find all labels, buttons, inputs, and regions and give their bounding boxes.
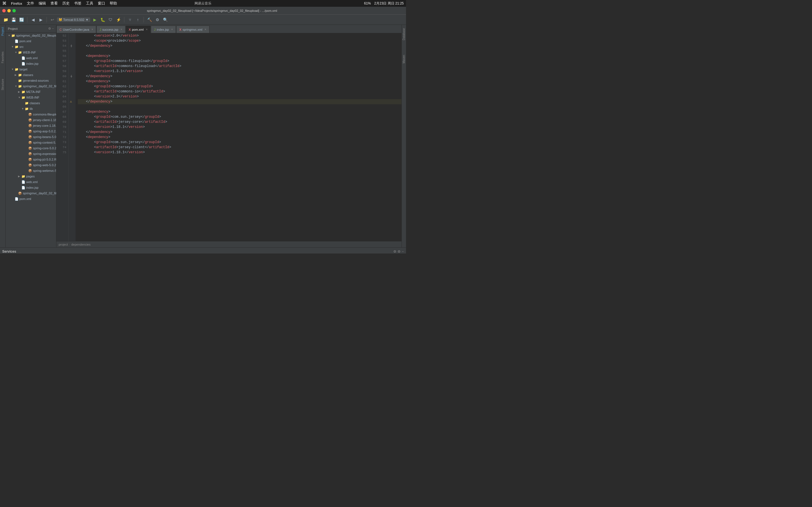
tools-menu[interactable]: 工具	[86, 1, 93, 6]
indexjsp2-item[interactable]: 📄 index.jsp	[6, 185, 56, 190]
project-root-item[interactable]: ▼ 📁 springmvc_day02_02_fileupload	[6, 33, 56, 38]
tab-label: springmvc.xml	[183, 28, 202, 31]
tab-usercontroller[interactable]: C UserController.java ×	[56, 25, 96, 33]
breadcrumb-sep: ›	[69, 243, 70, 246]
breadcrumb-item-dependencies[interactable]: dependencies	[71, 243, 91, 246]
jar-spring-web[interactable]: 📦 spring-web-5.0.2.RELEASE.jar	[6, 162, 56, 168]
tab-success[interactable]: J success.jsp ×	[96, 25, 125, 33]
window-menu[interactable]: 窗口	[98, 1, 105, 6]
indexjsp-name: index.jsp	[26, 62, 38, 65]
menubar-right: 61% 2月23日 周日 21:25	[364, 1, 404, 6]
pages-item[interactable]: ▶ 📁 pages	[6, 173, 56, 179]
line-num-59: 59	[56, 69, 66, 74]
favorites-icon[interactable]: Favorites	[1, 52, 4, 63]
tab-close-btn[interactable]: ×	[146, 28, 147, 31]
database-tab[interactable]: Database	[402, 26, 406, 43]
tab-close-btn[interactable]: ×	[92, 28, 93, 31]
lib-item[interactable]: ▼ 📁 lib	[6, 106, 56, 112]
editor-area: C UserController.java × J success.jsp × …	[56, 25, 402, 247]
line-num-62: 62	[56, 84, 66, 89]
classes-folder-item[interactable]: ▶ 📁 classes	[6, 72, 56, 78]
undo-btn[interactable]: ↩	[49, 16, 56, 23]
war-name: springmvc_day02_02_fileupload.war	[23, 191, 56, 195]
settings-panel-btn[interactable]: ⚙	[393, 249, 396, 253]
src-folder-item[interactable]: ▼ 📁 src	[6, 44, 56, 50]
jsp-icon: J	[154, 28, 156, 31]
close-button[interactable]	[2, 9, 6, 12]
bookmarks-menu[interactable]: 书签	[74, 1, 82, 6]
war-item[interactable]: 📦 springmvc_day02_02_fileupload.war	[6, 190, 56, 196]
tab-springmvc[interactable]: X springmvc.xml ×	[176, 25, 209, 33]
webxml-item[interactable]: 📄 web.xml	[6, 55, 56, 61]
vcs-btn[interactable]: ⑂	[126, 16, 133, 23]
code-content[interactable]: <version>2.0</version> <scope>provided</…	[75, 33, 402, 241]
webinf-folder-item[interactable]: ▼ 📁 WEB-INF	[6, 50, 56, 55]
breadcrumb-item-project[interactable]: project	[59, 243, 68, 246]
maximize-button[interactable]	[12, 9, 16, 12]
code-editor[interactable]: 52 53 54 55 56 57 58 59 60 61 62 63 64 6…	[56, 33, 402, 241]
settings-btn[interactable]: ⚙	[154, 16, 161, 23]
coverage-btn[interactable]: 🛡	[107, 16, 114, 23]
minimize-panel-icon[interactable]: −	[52, 27, 54, 31]
view-menu[interactable]: 查看	[50, 1, 58, 6]
help-menu[interactable]: 帮助	[110, 1, 117, 6]
file-menu[interactable]: 文件	[27, 1, 34, 6]
debug-btn[interactable]: 🐛	[99, 16, 106, 23]
edit-menu[interactable]: 编辑	[39, 1, 46, 6]
jar-name: spring-webmvc-5.0.2.RELEASE.jar	[33, 169, 56, 172]
project-panel-icon[interactable]: Project	[1, 27, 4, 36]
gear-icon[interactable]: ⚙	[398, 249, 401, 253]
webxml2-item[interactable]: 📄 web.xml	[6, 179, 56, 185]
target-folder-item[interactable]: ▼ 📁 target	[6, 66, 56, 72]
jar-spring-jcl[interactable]: 📦 spring-jcl-5.0.2.RELEASE.jar	[6, 157, 56, 162]
jar-jersey-core[interactable]: 📦 jersey-core-1.18.1.jar	[6, 123, 56, 128]
jar-spring-webmvc[interactable]: 📦 spring-webmvc-5.0.2.RELEASE.jar	[6, 168, 56, 173]
run-configuration[interactable]: 🐱 Tomcat 8.5.502 ▼	[57, 17, 90, 22]
profile-btn[interactable]: ⚡	[115, 16, 122, 23]
tab-index[interactable]: J index.jsp ×	[151, 25, 176, 33]
tab-pomxml[interactable]: X pom.xml ×	[126, 25, 151, 33]
jar-spring-core[interactable]: 📦 spring-core-5.0.2.RELEASE.jar	[6, 145, 56, 151]
run-btn[interactable]: ▶	[91, 16, 98, 23]
tab-close-btn[interactable]: ×	[205, 28, 206, 31]
build-btn[interactable]: 🔨	[146, 16, 153, 23]
indexjsp-item[interactable]: 📄 index.jsp	[6, 61, 56, 66]
update-btn[interactable]: ↑	[135, 16, 141, 23]
classes2-item[interactable]: 📁 classes	[6, 100, 56, 106]
pom-file-item[interactable]: 📄 pom.xml	[6, 38, 56, 44]
minimize-panel-btn[interactable]: −	[402, 249, 404, 253]
back-btn[interactable]: ◀	[30, 16, 36, 23]
tab-close-btn[interactable]: ×	[171, 28, 173, 31]
forward-btn[interactable]: ▶	[38, 16, 44, 23]
structure-icon[interactable]: Structure	[1, 79, 4, 91]
tab-close-btn[interactable]: ×	[121, 28, 122, 31]
cog-icon[interactable]: ⚙	[48, 27, 51, 31]
jar-jersey-client[interactable]: 📦 jersey-client-1.18.1.jar	[6, 117, 56, 123]
project-icon[interactable]: 📁	[2, 16, 9, 23]
code-line-58: <artifactId>commons-fileupload</artifact…	[78, 64, 402, 69]
jar-spring-context[interactable]: 📦 spring-context-5.0.2.RELEASE.jar	[6, 140, 56, 145]
apple-menu[interactable]: ⌘	[2, 1, 6, 6]
pages-name: pages	[26, 175, 35, 178]
maven-tab[interactable]: Maven	[402, 53, 406, 66]
jar-commons-fileupload[interactable]: 📦 commons-fileupload-1.3.1.jar	[6, 112, 56, 117]
save-btn[interactable]: 💾	[10, 16, 17, 23]
metainf-item[interactable]: ▶ 📁 META-INF	[6, 89, 56, 95]
warfolder-item[interactable]: ▼ 📁 springmvc_day02_02_fileupload	[6, 83, 56, 89]
project-panel-controls: ⚙ −	[48, 27, 54, 31]
expand-arrow: ▼	[8, 34, 11, 37]
firefox-menu[interactable]: Firefox	[11, 1, 22, 6]
sync-btn[interactable]: 🔄	[18, 16, 25, 23]
search-btn[interactable]: 🔍	[162, 16, 168, 23]
line-num-57: 57	[56, 59, 66, 64]
jar-spring-beans[interactable]: 📦 spring-beans-5.0.2.RELEASE.jar	[6, 134, 56, 140]
webinf2-item[interactable]: ▼ 📁 WEB-INF	[6, 95, 56, 100]
webinf-icon: 📁	[18, 51, 22, 54]
jar-spring-aop[interactable]: 📦 spring-aop-5.0.2.RELEASE.jar	[6, 128, 56, 134]
battery-status: 61%	[364, 1, 371, 5]
pom2-item[interactable]: 📄 pom.xml	[6, 196, 56, 202]
history-menu[interactable]: 历史	[62, 1, 70, 6]
minimize-button[interactable]	[7, 9, 11, 12]
jar-spring-expr[interactable]: 📦 spring-expression-5.0.2.RELEASE...	[6, 151, 56, 157]
gensrc-folder-item[interactable]: 📁 generated-sources	[6, 78, 56, 83]
